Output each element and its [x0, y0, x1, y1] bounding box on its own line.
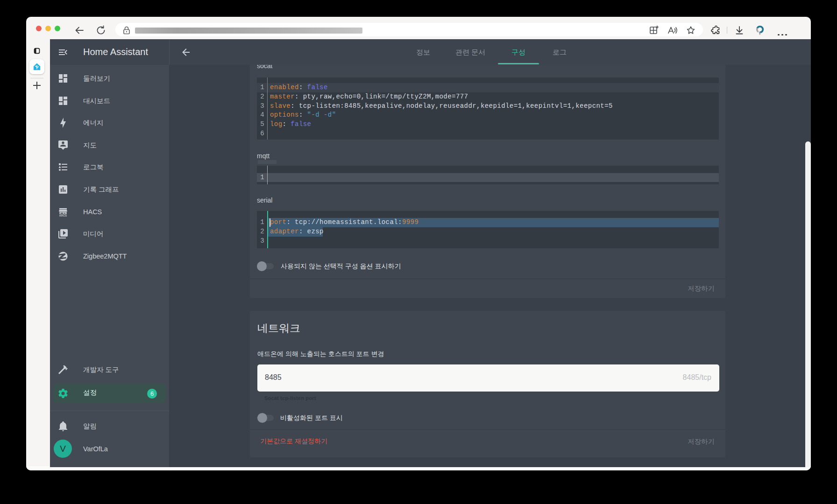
svg-text:HACS: HACS [59, 214, 67, 217]
